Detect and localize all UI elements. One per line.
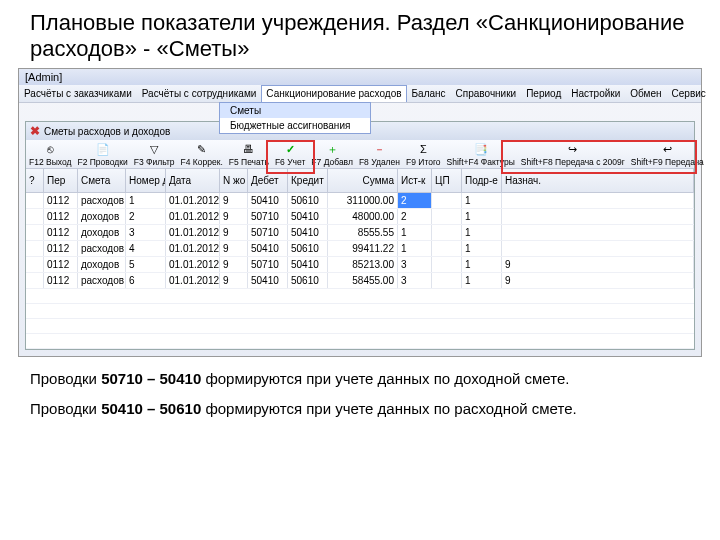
cell[interactable]: 311000.00 bbox=[328, 193, 398, 208]
btn-add[interactable]: ＋F7 Добавл bbox=[308, 140, 356, 168]
cell[interactable] bbox=[26, 273, 44, 288]
cell[interactable]: 50610 bbox=[288, 273, 328, 288]
col-debit[interactable]: Дебет bbox=[248, 169, 288, 192]
cell[interactable]: 0112 bbox=[44, 273, 78, 288]
submenu-estimates[interactable]: Сметы bbox=[220, 103, 370, 118]
cell[interactable]: 9 bbox=[502, 273, 694, 288]
menu-exchange[interactable]: Обмен bbox=[625, 85, 666, 102]
cell[interactable]: 50410 bbox=[288, 209, 328, 224]
menu-customers[interactable]: Расчёты с заказчиками bbox=[19, 85, 137, 102]
cell[interactable]: 50410 bbox=[288, 225, 328, 240]
cell[interactable]: 9 bbox=[220, 193, 248, 208]
table-row[interactable]: 0112расходов401.01.20129504105061099411.… bbox=[26, 241, 694, 257]
table-row[interactable]: 0112доходов201.01.20129507105041048000.0… bbox=[26, 209, 694, 225]
table-row[interactable]: 0112расходов101.01.201295041050610311000… bbox=[26, 193, 694, 209]
menu-sanctioning[interactable]: Санкционирование расходов bbox=[261, 85, 406, 102]
cell[interactable]: 0112 bbox=[44, 193, 78, 208]
cell[interactable] bbox=[432, 241, 462, 256]
col-period[interactable]: Пер bbox=[44, 169, 78, 192]
cell[interactable] bbox=[432, 225, 462, 240]
cell[interactable] bbox=[26, 257, 44, 272]
close-icon[interactable]: ✖ bbox=[30, 124, 40, 138]
cell[interactable] bbox=[26, 225, 44, 240]
col-njo[interactable]: N жо bbox=[220, 169, 248, 192]
cell[interactable] bbox=[432, 193, 462, 208]
cell[interactable]: 1 bbox=[462, 273, 502, 288]
cell[interactable]: 50710 bbox=[248, 209, 288, 224]
cell[interactable]: 99411.22 bbox=[328, 241, 398, 256]
cell[interactable]: 9 bbox=[502, 257, 694, 272]
col-marker[interactable]: ? bbox=[26, 169, 44, 192]
cell[interactable]: 01.01.2012 bbox=[166, 241, 220, 256]
btn-invoices[interactable]: 📑Shift+F4 Фактуры bbox=[444, 140, 518, 168]
submenu-budget[interactable]: Бюджетные ассигнования bbox=[220, 118, 370, 133]
col-credit[interactable]: Кредит bbox=[288, 169, 328, 192]
cell[interactable] bbox=[432, 273, 462, 288]
cell[interactable]: 1 bbox=[462, 225, 502, 240]
cell[interactable]: 0112 bbox=[44, 257, 78, 272]
col-cp[interactable]: ЦП bbox=[432, 169, 462, 192]
cell[interactable]: 01.01.2012 bbox=[166, 273, 220, 288]
btn-transfer[interactable]: ↩Shift+F9 Передача bbox=[628, 140, 707, 168]
cell[interactable] bbox=[432, 209, 462, 224]
cell[interactable]: 48000.00 bbox=[328, 209, 398, 224]
col-date[interactable]: Дата bbox=[166, 169, 220, 192]
cell[interactable]: 0112 bbox=[44, 225, 78, 240]
cell[interactable]: 50410 bbox=[288, 257, 328, 272]
btn-delete[interactable]: －F8 Удален bbox=[356, 140, 403, 168]
cell[interactable]: 6 bbox=[126, 273, 166, 288]
col-source[interactable]: Ист-к bbox=[398, 169, 432, 192]
cell[interactable]: 1 bbox=[462, 241, 502, 256]
cell[interactable]: 9 bbox=[220, 273, 248, 288]
cell[interactable]: 2 bbox=[126, 209, 166, 224]
cell[interactable]: 8555.55 bbox=[328, 225, 398, 240]
btn-postings[interactable]: 📄F2 Проводки bbox=[74, 140, 130, 168]
cell[interactable]: 2 bbox=[398, 193, 432, 208]
btn-total[interactable]: ΣF9 Итого bbox=[403, 140, 444, 168]
cell[interactable]: 9 bbox=[220, 209, 248, 224]
cell[interactable] bbox=[502, 241, 694, 256]
cell[interactable]: 0112 bbox=[44, 241, 78, 256]
cell[interactable]: 9 bbox=[220, 241, 248, 256]
menu-period[interactable]: Период bbox=[521, 85, 566, 102]
cell[interactable]: расходов bbox=[78, 241, 126, 256]
cell[interactable]: 50610 bbox=[288, 193, 328, 208]
cell[interactable]: 1 bbox=[462, 257, 502, 272]
btn-exit[interactable]: ⎋F12 Выход bbox=[26, 140, 74, 168]
cell[interactable] bbox=[432, 257, 462, 272]
cell[interactable]: расходов bbox=[78, 273, 126, 288]
table-row[interactable]: 0112расходов601.01.20129504105061058455.… bbox=[26, 273, 694, 289]
table-row[interactable]: 0112доходов301.01.2012950710504108555.55… bbox=[26, 225, 694, 241]
cell[interactable]: 1 bbox=[398, 225, 432, 240]
cell[interactable]: 50710 bbox=[248, 257, 288, 272]
cell[interactable]: 01.01.2012 bbox=[166, 193, 220, 208]
cell[interactable] bbox=[502, 193, 694, 208]
menu-balance[interactable]: Баланс bbox=[407, 85, 451, 102]
cell[interactable]: 85213.00 bbox=[328, 257, 398, 272]
col-estimate[interactable]: Смета bbox=[78, 169, 126, 192]
cell[interactable]: 50410 bbox=[248, 193, 288, 208]
cell[interactable]: 50410 bbox=[248, 273, 288, 288]
cell[interactable] bbox=[26, 193, 44, 208]
cell[interactable]: 9 bbox=[220, 257, 248, 272]
cell[interactable]: 0112 bbox=[44, 209, 78, 224]
btn-transfer-2009[interactable]: ↪Shift+F8 Передача с 2009г bbox=[518, 140, 628, 168]
cell[interactable]: 1 bbox=[462, 209, 502, 224]
cell[interactable]: доходов bbox=[78, 225, 126, 240]
menu-directories[interactable]: Справочники bbox=[451, 85, 522, 102]
menu-employees[interactable]: Расчёты с сотрудниками bbox=[137, 85, 262, 102]
cell[interactable]: 50710 bbox=[248, 225, 288, 240]
cell[interactable]: 4 bbox=[126, 241, 166, 256]
cell[interactable]: 1 bbox=[398, 241, 432, 256]
cell[interactable]: 58455.00 bbox=[328, 273, 398, 288]
table-row[interactable]: 0112доходов501.01.20129507105041085213.0… bbox=[26, 257, 694, 273]
btn-account[interactable]: ✓F6 Учет bbox=[272, 140, 308, 168]
cell[interactable]: 01.01.2012 bbox=[166, 209, 220, 224]
cell[interactable] bbox=[26, 241, 44, 256]
cell[interactable] bbox=[502, 225, 694, 240]
cell[interactable]: 50410 bbox=[248, 241, 288, 256]
cell[interactable]: 3 bbox=[398, 257, 432, 272]
data-grid[interactable]: ? Пер Смета Номер док-та Дата N жо Дебет… bbox=[26, 169, 694, 349]
cell[interactable]: доходов bbox=[78, 257, 126, 272]
cell[interactable]: 5 bbox=[126, 257, 166, 272]
